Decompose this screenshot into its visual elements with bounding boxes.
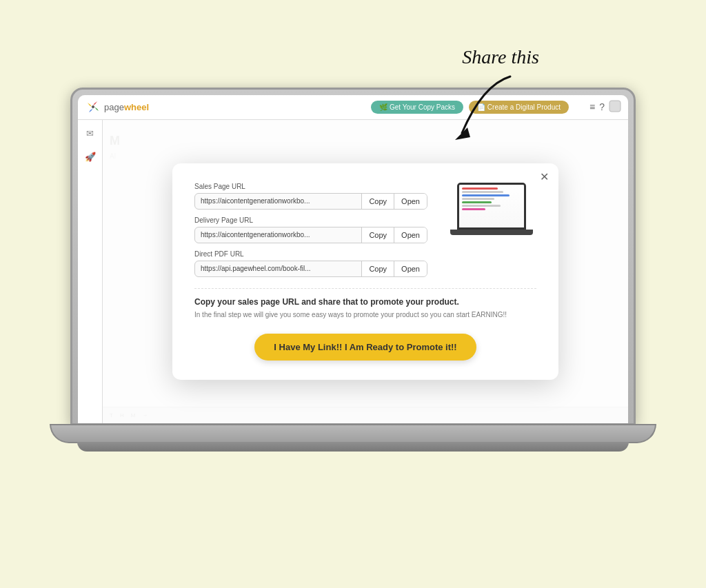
share-modal: ✕ Sales Page URL Copy <box>172 163 558 380</box>
laptop-base <box>50 424 656 443</box>
modal-info: Copy your sales page URL and share that … <box>194 288 536 320</box>
delivery-page-label: Delivery Page URL <box>194 216 427 224</box>
promote-cta-button[interactable]: I Have My Link!! I Am Ready to Promote i… <box>254 334 476 361</box>
menu-icon[interactable]: ≡ <box>589 101 595 112</box>
preview-line-gray2 <box>462 198 494 200</box>
delivery-page-copy-button[interactable]: Copy <box>361 227 394 243</box>
preview-line-gray1 <box>462 191 503 193</box>
delivery-page-field-group: Delivery Page URL Copy Open <box>194 216 427 243</box>
sales-page-input[interactable] <box>195 194 361 208</box>
modal-close-button[interactable]: ✕ <box>540 172 549 183</box>
preview-screen <box>457 183 526 230</box>
user-icon[interactable] <box>609 100 621 114</box>
left-sidebar: ✉ 🚀 <box>78 120 103 423</box>
sales-page-open-button[interactable]: Open <box>394 194 427 209</box>
sales-page-label: Sales Page URL <box>194 183 427 190</box>
share-annotation: Share this <box>441 46 539 147</box>
svg-rect-2 <box>609 101 621 112</box>
direct-pdf-input-row: Copy Open <box>194 261 427 277</box>
preview-line-blue <box>462 194 510 196</box>
url-fields: Sales Page URL Copy Open <box>194 183 427 277</box>
delivery-page-open-button[interactable]: Open <box>394 227 427 243</box>
preview-content <box>459 185 524 227</box>
preview-line-pink <box>462 208 485 210</box>
modal-info-desc: In the final step we will give you some … <box>194 310 536 320</box>
help-icon[interactable]: ? <box>599 101 605 112</box>
product-preview <box>447 183 536 245</box>
svg-point-1 <box>92 105 94 108</box>
preview-line-gray3 <box>462 205 501 207</box>
laptop-lid: pagewheel 🌿 Get Your Copy Packs 📄 Create… <box>70 88 636 425</box>
delivery-page-input[interactable] <box>195 227 361 242</box>
logo-text: pagewheel <box>104 102 149 112</box>
url-rows: Sales Page URL Copy Open <box>194 183 536 277</box>
preview-line-green <box>462 201 492 203</box>
sales-page-field-group: Sales Page URL Copy Open <box>194 183 427 210</box>
direct-pdf-label: Direct PDF URL <box>194 250 427 258</box>
direct-pdf-input[interactable] <box>195 261 361 276</box>
laptop-screen: pagewheel 🌿 Get Your Copy Packs 📄 Create… <box>78 95 628 423</box>
modal-cta: I Have My Link!! I Am Ready to Promote i… <box>194 334 536 361</box>
laptop-bottom <box>77 442 629 452</box>
preview-laptop-base <box>450 230 533 235</box>
app-topbar: pagewheel 🌿 Get Your Copy Packs 📄 Create… <box>78 95 628 120</box>
sales-page-input-row: Copy Open <box>194 193 427 210</box>
direct-pdf-open-button[interactable]: Open <box>394 261 427 276</box>
direct-pdf-field-group: Direct PDF URL Copy Open <box>194 250 427 277</box>
logo-wheel: wheel <box>124 102 149 112</box>
modal-info-title: Copy your sales page URL and share that … <box>194 297 536 307</box>
direct-pdf-copy-button[interactable]: Copy <box>361 261 394 276</box>
sales-page-copy-button[interactable]: Copy <box>361 194 394 209</box>
mail-icon[interactable]: ✉ <box>83 127 97 141</box>
logo-page: page <box>104 102 124 112</box>
arrow-icon <box>441 71 538 147</box>
user-avatar-icon <box>609 100 621 112</box>
modal-overlay: ✕ Sales Page URL Copy <box>103 120 628 423</box>
main-content: M Al T H M → ✕ <box>103 120 628 423</box>
scene: Share this <box>57 46 649 543</box>
rocket-icon[interactable]: 🚀 <box>83 150 97 164</box>
product-laptop-icon <box>450 183 533 245</box>
laptop: pagewheel 🌿 Get Your Copy Packs 📄 Create… <box>70 88 636 487</box>
preview-line-red <box>462 187 498 190</box>
pinwheel-icon <box>85 99 101 115</box>
delivery-page-input-row: Copy Open <box>194 227 427 243</box>
app-logo: pagewheel <box>85 99 149 115</box>
top-icons: ≡ ? <box>589 100 621 114</box>
share-text: Share this <box>462 46 539 68</box>
